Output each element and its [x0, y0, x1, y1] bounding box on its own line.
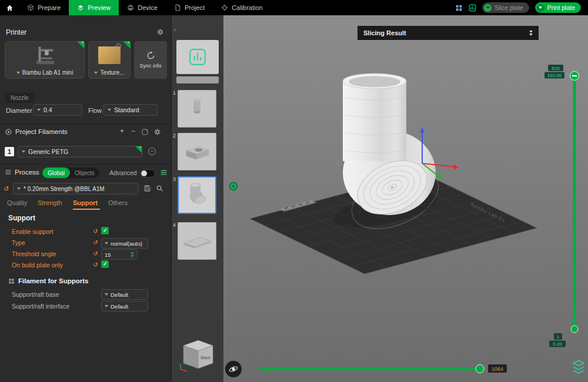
- print-dropdown-icon[interactable]: [537, 4, 544, 12]
- diameter-label: Diameter: [6, 107, 32, 114]
- param-tab-others[interactable]: Others: [108, 199, 128, 206]
- tab-preview[interactable]: Preview: [69, 0, 119, 15]
- undo-icon[interactable]: ↺: [93, 262, 98, 268]
- undo-icon[interactable]: ↺: [4, 185, 9, 193]
- undo-icon[interactable]: ↺: [93, 240, 98, 246]
- printer-card[interactable]: Bambu Lab A1 mini: [5, 41, 85, 79]
- scope-objects[interactable]: Objects: [70, 170, 99, 176]
- sync-info-button[interactable]: Sync info: [134, 41, 167, 79]
- support-group-title: Support: [8, 214, 35, 222]
- tab-preview-label: Preview: [88, 4, 111, 11]
- layers-icon[interactable]: [573, 361, 584, 374]
- tune-icon[interactable]: [160, 169, 168, 176]
- plate-thumb-4[interactable]: [178, 222, 216, 260]
- info-icon[interactable]: i: [116, 43, 121, 49]
- threshold-angle-spinner[interactable]: 15: [101, 249, 138, 260]
- nav-cube[interactable]: Back: [179, 336, 218, 373]
- diameter-value: 0.4: [44, 106, 52, 113]
- tab-project[interactable]: Project: [166, 0, 213, 15]
- layer-slider[interactable]: 510 102.00 1 0.20: [544, 65, 579, 347]
- support-type-select[interactable]: normal(auto): [101, 238, 148, 249]
- layer-slider-bottom-handle[interactable]: [571, 326, 578, 333]
- thumbnail-scroll-bar[interactable]: [176, 76, 219, 83]
- plus-icon[interactable]: +: [120, 128, 124, 135]
- layer-slider-top-badges: 510 102.00: [544, 65, 564, 79]
- orbit-view-button[interactable]: [225, 361, 242, 377]
- gear-icon[interactable]: [156, 28, 164, 36]
- tab-device[interactable]: Device: [119, 0, 166, 15]
- filament-select[interactable]: Generic PETG: [18, 146, 142, 158]
- slice-result-toggle-icon[interactable]: [469, 4, 476, 12]
- remove-filament-icon[interactable]: −: [148, 148, 156, 155]
- process-preset-select[interactable]: * 0.20mm Strength @BBL A1M: [13, 183, 139, 195]
- support-raft-interface-select[interactable]: Default: [101, 301, 148, 311]
- on-build-plate-only-label: On build plate only: [12, 262, 63, 269]
- undo-icon[interactable]: ↺: [93, 251, 98, 257]
- nozzle-tab[interactable]: Nozzle: [5, 93, 35, 103]
- collapse-panel-icon[interactable]: «: [173, 27, 176, 33]
- step-slider-track[interactable]: [259, 367, 483, 370]
- advanced-toggle[interactable]: [140, 169, 155, 177]
- process-lines-icon: [5, 169, 12, 176]
- checkbox-checked-icon[interactable]: [101, 227, 109, 234]
- scope-global[interactable]: Global: [42, 167, 70, 178]
- nav-cube-face-label: Back: [201, 355, 211, 360]
- arrange-icon[interactable]: [455, 4, 463, 12]
- filament-name: Generic PETG: [28, 148, 68, 155]
- support-type-value: normal(auto): [111, 240, 142, 247]
- checkbox-checked-icon[interactable]: [101, 260, 109, 268]
- param-tab-quality[interactable]: Quality: [7, 199, 27, 206]
- process-scope-toggle[interactable]: Global Objects: [42, 167, 99, 178]
- viewport-3d[interactable]: Slicing Result Bambu Lab A1: [223, 15, 588, 382]
- plate-thumb-3-selected[interactable]: [178, 176, 216, 214]
- slice-dropdown-icon[interactable]: [484, 4, 492, 12]
- device-icon: [127, 4, 134, 11]
- spinner-down-icon[interactable]: [131, 255, 134, 257]
- sync-icon: [146, 51, 155, 60]
- slicing-result-icon: [189, 48, 206, 66]
- support-raft-base-select[interactable]: Default: [101, 289, 148, 300]
- slicing-result-title: Slicing Result: [363, 29, 406, 36]
- chevron-down-icon: [105, 242, 108, 244]
- chevron-down-icon: [17, 187, 21, 190]
- filament-spool-icon: [5, 128, 12, 136]
- slicing-result-panel[interactable]: Slicing Result: [358, 26, 539, 40]
- save-icon[interactable]: [143, 185, 151, 192]
- spinner-up-icon[interactable]: [131, 252, 134, 254]
- diameter-select[interactable]: 0.4: [33, 104, 82, 116]
- assembly-thumbnail[interactable]: [176, 40, 219, 74]
- grid-icon: [8, 278, 15, 284]
- preview-icon: [77, 4, 84, 11]
- plate-thumb-2[interactable]: [178, 133, 216, 170]
- layer-slider-track[interactable]: [573, 74, 576, 330]
- gear-icon[interactable]: [153, 128, 161, 136]
- step-slider[interactable]: 1064: [259, 364, 507, 373]
- plate-4-preview: [178, 223, 216, 259]
- plate-type-card[interactable]: i Texture...: [88, 41, 131, 79]
- param-tab-strength[interactable]: Strength: [38, 199, 62, 206]
- print-plate-label: Print plate: [547, 4, 575, 11]
- filament-supports-title: Filament for Supports: [8, 277, 88, 284]
- plate-3-preview: [179, 177, 215, 213]
- slice-plate-button[interactable]: Slice plate: [482, 2, 529, 13]
- param-tab-support[interactable]: Support: [73, 199, 98, 206]
- minus-icon[interactable]: −: [131, 128, 135, 135]
- scene-canvas: Bambu Lab A1: [223, 15, 588, 382]
- flow-select[interactable]: Standard: [103, 104, 158, 116]
- plate-thumb-1[interactable]: [178, 90, 216, 128]
- search-icon[interactable]: [156, 185, 163, 192]
- texture-plate-image: [98, 46, 121, 64]
- top-layer-value: 510: [552, 66, 560, 71]
- chevron-down-icon: [105, 305, 108, 307]
- tab-calibration[interactable]: Calibration: [213, 0, 271, 15]
- step-slider-handle[interactable]: [476, 365, 484, 373]
- tab-prepare[interactable]: Prepare: [19, 0, 69, 15]
- slice-plate-label: Slice plate: [495, 4, 523, 11]
- filament-flag-icon[interactable]: [141, 128, 149, 136]
- support-type-label: Type: [12, 239, 25, 246]
- print-plate-button[interactable]: Print plate: [535, 2, 581, 13]
- plate-origin-marker[interactable]: [230, 183, 238, 190]
- home-button[interactable]: [0, 0, 19, 15]
- undo-icon[interactable]: ↺: [93, 229, 98, 234]
- collapse-chevrons-icon[interactable]: [529, 31, 533, 36]
